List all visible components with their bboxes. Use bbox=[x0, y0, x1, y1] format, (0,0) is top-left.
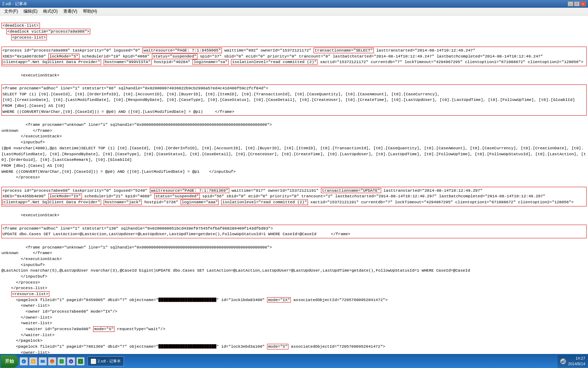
menu-help[interactable]: 帮助(H) bbox=[80, 8, 100, 15]
quicklaunch-2[interactable]: E bbox=[29, 357, 37, 366]
maximize-button[interactable]: □ bbox=[574, 1, 580, 6]
svg-rect-16 bbox=[564, 360, 564, 363]
start-button[interactable]: 开始 bbox=[1, 355, 18, 368]
menu-bar: 文件(F) 编辑(E) 格式(O) 查看(V) 帮助(H) bbox=[0, 8, 588, 15]
title-bar: 2.xdl - 记事本 _ □ ✕ bbox=[0, 0, 588, 8]
menu-edit[interactable]: 编辑(E) bbox=[21, 8, 40, 15]
svg-text:✓: ✓ bbox=[61, 360, 63, 363]
quicklaunch-4[interactable]: 🦊 bbox=[48, 357, 56, 366]
start-label: 开始 bbox=[5, 358, 14, 364]
taskbar-notepad-label: 2.xdl - 记事本 bbox=[98, 359, 121, 364]
clock-time: 14:27 bbox=[568, 356, 585, 361]
quicklaunch-7[interactable]: ⚡ bbox=[76, 357, 85, 366]
svg-text:⚡: ⚡ bbox=[80, 360, 82, 363]
window-controls: _ □ ✕ bbox=[568, 1, 586, 6]
taskbar: 开始 e E 🦊 ✓ W ⚡ 📄 2.xdl - 记事本 bbox=[0, 354, 588, 368]
menu-format[interactable]: 格式(O) bbox=[40, 8, 60, 15]
menu-file[interactable]: 文件(F) bbox=[1, 8, 21, 15]
text-content[interactable]: <deadlock-list> <deadlock victim="proces… bbox=[0, 15, 588, 354]
quicklaunch-5[interactable]: ✓ bbox=[57, 357, 66, 366]
window-title: 2.xdl - 记事本 bbox=[2, 1, 27, 7]
taskbar-right: 14:27 2014/8/14 bbox=[558, 355, 588, 368]
quicklaunch-1[interactable]: e bbox=[20, 357, 28, 366]
svg-rect-15 bbox=[562, 361, 563, 363]
minimize-button[interactable]: _ bbox=[568, 1, 573, 6]
systray-network-icon bbox=[560, 359, 566, 364]
xml-pre: <deadlock-list> <deadlock victim="proces… bbox=[1, 23, 587, 354]
notepad-icon: 📄 bbox=[91, 359, 96, 364]
clock-date: 2014/8/14 bbox=[568, 361, 585, 367]
svg-rect-14 bbox=[561, 361, 562, 363]
taskbar-notepad[interactable]: 📄 2.xdl - 记事本 bbox=[88, 356, 124, 366]
svg-text:e: e bbox=[23, 360, 25, 363]
taskbar-items: 📄 2.xdl - 记事本 bbox=[86, 356, 558, 366]
clock: 14:27 2014/8/14 bbox=[568, 356, 585, 367]
svg-text:🦊: 🦊 bbox=[51, 360, 54, 363]
svg-rect-5 bbox=[41, 360, 45, 363]
svg-text:E: E bbox=[33, 360, 34, 363]
close-button[interactable]: ✕ bbox=[580, 1, 586, 6]
quicklaunch-3[interactable] bbox=[38, 357, 47, 366]
quicklaunch-6[interactable]: W bbox=[67, 357, 75, 366]
svg-rect-17 bbox=[565, 359, 565, 363]
menu-view[interactable]: 查看(V) bbox=[61, 8, 80, 15]
